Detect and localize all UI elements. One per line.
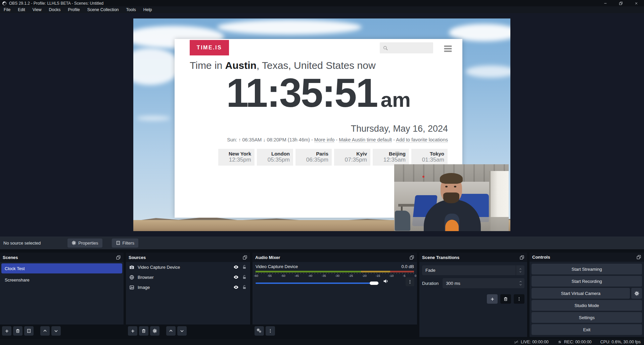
close-button[interactable] (629, 0, 644, 6)
source-properties-button[interactable] (150, 326, 159, 336)
mixer-channel-row: Video Capture Device 0.0 dB (256, 264, 414, 269)
globe-icon (129, 275, 134, 280)
menu-view[interactable]: View (29, 6, 45, 13)
window-title: OBS 29.1.2 - Profile: LLHLS BETA - Scene… (9, 1, 103, 6)
scenes-panel-header[interactable]: Scenes (0, 253, 124, 262)
duration-spinbox[interactable]: 300 ms (443, 278, 524, 288)
scene-filters-button[interactable] (24, 326, 34, 336)
menu-docks[interactable]: Docks (45, 6, 64, 13)
add-scene-button[interactable] (2, 326, 11, 336)
visibility-eye-icon[interactable] (233, 264, 239, 270)
source-item-video-capture[interactable]: Video Capture Device (126, 262, 250, 272)
menu-tools[interactable]: Tools (123, 6, 140, 13)
controls-body: Start Streaming Start Recording Start Vi… (530, 262, 644, 337)
site-date: Thursday, May 16, 2024 (351, 124, 448, 134)
menu-edit[interactable]: Edit (14, 6, 29, 13)
scenes-panel: Scenes Clock Test Screenshare (0, 253, 124, 325)
start-virtual-camera-button[interactable]: Start Virtual Camera (532, 288, 630, 299)
filters-button[interactable]: Filters (112, 239, 138, 248)
popout-icon[interactable] (519, 255, 524, 260)
audio-mixer-header[interactable]: Audio Mixer (252, 253, 417, 262)
close-icon (634, 1, 638, 5)
gears-icon (257, 328, 262, 334)
sources-panel: Sources Video Capture Device Browser Ima… (126, 253, 250, 325)
mixer-menu-button[interactable] (266, 326, 275, 336)
add-transition-button[interactable] (487, 294, 498, 304)
scene-item-screenshare[interactable]: Screenshare (1, 275, 122, 285)
add-source-button[interactable] (128, 326, 137, 336)
city-newyork: New York12:35pm (218, 149, 255, 166)
properties-button[interactable]: Properties (67, 239, 102, 248)
chevron-up-icon (43, 329, 47, 333)
transitions-buttons (487, 294, 524, 304)
transition-select[interactable]: Fade (422, 265, 524, 275)
cloud (466, 66, 510, 78)
site-search-box (380, 42, 433, 53)
sources-list: Video Capture Device Browser Image (126, 262, 250, 325)
exit-button[interactable]: Exit (532, 324, 642, 335)
program-canvas[interactable]: TIME.IS Time in Austin, Texas, United St… (133, 18, 510, 231)
minimize-icon (603, 1, 607, 5)
dots-vertical-icon (268, 329, 273, 333)
move-source-up-button[interactable] (166, 326, 176, 336)
lock-icon[interactable] (242, 275, 247, 279)
transition-properties-button[interactable] (514, 294, 524, 304)
menu-help[interactable]: Help (140, 6, 156, 13)
site-heading-city: Austin (225, 60, 257, 71)
sources-panel-header[interactable]: Sources (126, 253, 250, 262)
city-paris: Paris06:35pm (295, 149, 332, 166)
speaker-icon[interactable] (383, 278, 389, 284)
remove-source-button[interactable] (139, 326, 148, 336)
webcam-chair (395, 211, 410, 231)
scene-item-clock-test[interactable]: Clock Test (1, 263, 122, 273)
volume-meter-scale: -60-55-50-45-40-35-30-25-20-15-10-50 (254, 274, 416, 277)
lock-icon[interactable] (242, 285, 247, 290)
move-scene-down-button[interactable] (51, 326, 61, 336)
controls-header[interactable]: Controls (530, 253, 644, 262)
popout-icon[interactable] (409, 255, 414, 260)
spin-arrows[interactable] (519, 280, 522, 286)
webcam-source[interactable] (394, 164, 509, 231)
mixer-options-button[interactable] (406, 277, 414, 286)
transitions-header[interactable]: Scene Transitions (419, 253, 527, 262)
minimize-button[interactable] (598, 0, 613, 6)
popout-icon[interactable] (116, 255, 121, 260)
move-scene-up-button[interactable] (40, 326, 50, 336)
volume-meter-tickmarks (256, 273, 414, 274)
lock-icon[interactable] (242, 265, 247, 269)
source-item-image[interactable]: Image (126, 282, 250, 292)
mixer-channel-name: Video Capture Device (256, 264, 298, 269)
preview-area: TIME.IS Time in Austin, Texas, United St… (0, 13, 644, 236)
trash-icon (503, 297, 508, 301)
restore-button[interactable] (613, 0, 629, 6)
menu-profile[interactable]: Profile (64, 6, 83, 13)
remove-scene-button[interactable] (13, 326, 22, 336)
plus-icon (490, 297, 495, 302)
duration-label: Duration (422, 281, 439, 286)
start-streaming-button[interactable]: Start Streaming (532, 264, 642, 274)
remove-transition-button[interactable] (500, 294, 511, 304)
mixer-toolbar (255, 326, 275, 336)
volume-slider[interactable] (256, 280, 379, 286)
popout-icon[interactable] (636, 255, 641, 260)
filter-icon (116, 241, 121, 245)
start-recording-button[interactable]: Start Recording (532, 276, 642, 287)
audio-mixer-panel: Audio Mixer Video Capture Device 0.0 dB … (252, 253, 417, 325)
source-item-browser[interactable]: Browser (126, 272, 250, 282)
menu-scene-collection[interactable]: Scene Collection (84, 6, 123, 13)
move-source-down-button[interactable] (177, 326, 187, 336)
visibility-eye-icon[interactable] (233, 274, 239, 280)
virtual-camera-settings-button[interactable] (631, 288, 642, 299)
chevron-up-icon (169, 329, 173, 333)
image-icon (129, 285, 134, 290)
mixer-level-value: 0.0 dB (401, 264, 414, 269)
volume-slider-handle[interactable] (370, 282, 378, 285)
advanced-audio-button[interactable] (255, 326, 264, 336)
live-off-icon (514, 340, 519, 345)
obs-window: OBS 29.1.2 - Profile: LLHLS BETA - Scene… (0, 0, 644, 345)
settings-button[interactable]: Settings (532, 312, 642, 323)
menu-file[interactable]: File (0, 6, 14, 13)
popout-icon[interactable] (242, 255, 247, 260)
visibility-eye-icon[interactable] (233, 285, 239, 290)
studio-mode-button[interactable]: Studio Mode (532, 300, 642, 311)
